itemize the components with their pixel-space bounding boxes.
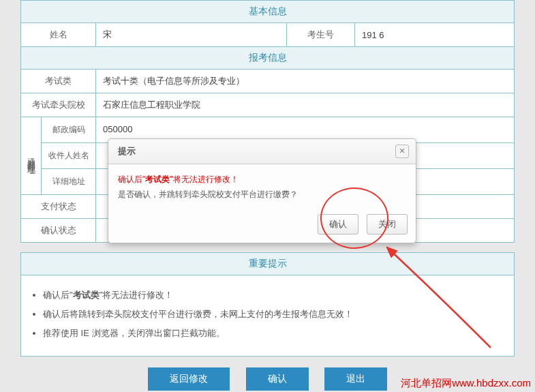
dialog-ok-button[interactable]: 确认 — [318, 214, 358, 235]
tip1-prefix: 确认后" — [43, 290, 73, 300]
name-label: 姓名 — [21, 23, 96, 46]
confirm-dialog: 提示 × 确认后"考试类"将无法进行修改！ 是否确认，并跳转到牵头院校支付平台进… — [108, 138, 416, 243]
dialog-question: 是否确认，并跳转到牵头院校支付平台进行缴费？ — [118, 187, 406, 202]
zip-label: 邮政编码 — [42, 117, 96, 142]
exam-info-header: 报考信息 — [21, 47, 514, 70]
exam-school-value: 石家庄信息工程职业学院 — [96, 93, 514, 117]
exam-type-label: 考试类 — [21, 70, 96, 93]
tip1-suffix: "将无法进行修改！ — [100, 290, 174, 300]
dialog-warn-bold: 考试类 — [145, 175, 170, 184]
tip-item-2: 确认后将跳转到牵头院校支付平台进行缴费，未网上支付的考生报考信息无效！ — [43, 308, 502, 320]
exam-no-value: 191 6 — [355, 23, 514, 46]
address-label: 详细地址 — [42, 169, 96, 194]
exam-school-label: 考试牵头院校 — [21, 93, 96, 117]
confirm-button[interactable]: 确认 — [246, 367, 309, 391]
dialog-warn-suffix: "将无法进行修改！ — [170, 175, 238, 184]
exam-no-label: 考生号 — [287, 23, 355, 46]
confirm-status-label: 确认状态 — [21, 219, 96, 242]
exit-button[interactable]: 退出 — [324, 367, 387, 391]
tips-header: 重要提示 — [21, 253, 514, 275]
pay-status-label: 支付状态 — [21, 195, 96, 218]
dialog-cancel-button[interactable]: 关闭 — [367, 214, 408, 235]
back-button[interactable]: 返回修改 — [148, 367, 230, 391]
basic-info-header: 基本信息 — [21, 1, 514, 23]
watermark-text: 河北单招网www.hbdzxx.com — [401, 377, 531, 390]
tips-box: 重要提示 确认后"考试类"将无法进行修改！ 确认后将跳转到牵头院校支付平台进行缴… — [20, 252, 515, 357]
name-value: 宋 — [96, 23, 287, 46]
exam-type-value: 考试十类（电子信息等所涉及专业） — [96, 70, 514, 93]
dialog-title: 提示 — [118, 145, 136, 157]
tip1-bold: 考试类 — [73, 290, 100, 300]
dialog-warning: 确认后"考试类"将无法进行修改！ — [118, 172, 406, 187]
recipient-label: 收件人姓名 — [42, 143, 96, 168]
dialog-close-button[interactable]: × — [395, 145, 409, 158]
mail-group-label: 通知书邮寄地址 — [21, 117, 42, 194]
tip-item-1: 确认后"考试类"将无法进行修改！ — [43, 289, 502, 301]
tip-item-3: 推荐使用 IE 浏览器，关闭弹出窗口拦截功能。 — [43, 327, 502, 340]
dialog-warn-prefix: 确认后" — [118, 175, 145, 184]
